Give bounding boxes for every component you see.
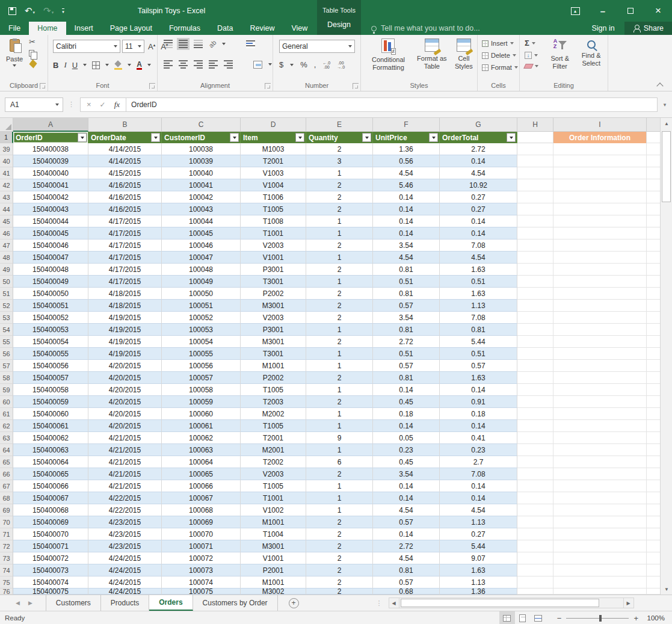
cell-quantity[interactable]: 1 [306,384,373,396]
cell-orderid[interactable]: 150400062 [13,432,88,444]
row-number[interactable]: 53 [0,312,13,324]
cell-orderdate[interactable]: 4/23/2015 [88,540,162,552]
cell-customerid[interactable]: 100047 [162,252,241,264]
cell-quantity[interactable]: 1 [306,480,373,492]
cell-orderid[interactable]: 150400044 [13,215,88,227]
cell-unitprice[interactable]: 1.36 [373,143,440,155]
cell-quantity[interactable]: 2 [306,288,373,300]
chevron-down-icon[interactable] [222,43,226,45]
cell-empty[interactable] [553,143,647,155]
tab-review[interactable]: Review [241,22,283,35]
row-number[interactable]: 45 [0,215,13,227]
cell-empty[interactable] [553,372,647,384]
cell-customerid[interactable]: 100055 [162,348,241,360]
cell-customerid[interactable]: 100061 [162,420,241,432]
cell-empty[interactable] [553,552,647,564]
percent-style-button[interactable]: % [300,60,307,69]
cell-customerid[interactable]: 100075 [162,588,241,595]
cell-empty[interactable] [553,348,647,360]
cell-empty[interactable] [553,360,647,372]
cell-orderdate[interactable]: 4/19/2015 [88,336,162,348]
cell-item[interactable]: P2001 [241,564,306,576]
row-number[interactable]: 72 [0,540,13,552]
cell-item[interactable]: V1002 [241,504,306,516]
cell-empty[interactable] [517,288,553,300]
cell-empty[interactable] [517,540,553,552]
cell-ordertotal[interactable]: 0.57 [440,360,517,372]
cell-empty[interactable] [553,288,647,300]
row-number[interactable]: 68 [0,492,13,504]
top-align-icon[interactable] [164,40,173,48]
cell-item[interactable]: T3001 [241,348,306,360]
cell-orderdate[interactable]: 4/23/2015 [88,528,162,540]
cell-empty[interactable] [517,576,553,588]
horizontal-scrollbar[interactable]: ◀ ▶ [389,595,634,611]
tab-data[interactable]: Data [209,22,241,35]
cell-orderdate[interactable]: 4/19/2015 [88,348,162,360]
cell-orderdate[interactable]: 4/15/2015 [88,167,162,179]
prev-sheet-icon[interactable]: ◀ [16,600,20,606]
cell-quantity[interactable]: 2 [306,300,373,312]
cell-ordertotal[interactable]: 0.91 [440,396,517,408]
cell-empty[interactable] [553,336,647,348]
sheet-tab-orders[interactable]: Orders [149,595,193,611]
cell-quantity[interactable]: 1 [306,420,373,432]
cell-empty[interactable] [517,143,553,155]
underline-button[interactable]: U [72,61,78,70]
cell-orderid[interactable]: 150400063 [13,444,88,456]
cell-unitprice[interactable]: 0.56 [373,155,440,167]
cell-ordertotal[interactable]: 1.63 [440,372,517,384]
row-number[interactable]: 49 [0,264,13,276]
cell-empty[interactable] [553,432,647,444]
paste-button[interactable]: Paste [4,38,25,78]
cell-customerid[interactable]: 100069 [162,516,241,528]
cell-unitprice[interactable]: 0.14 [373,227,440,239]
row-number[interactable]: 58 [0,372,13,384]
cell-orderdate[interactable]: 4/20/2015 [88,420,162,432]
header-cell-orderid[interactable]: OrderID [13,132,88,143]
row-number[interactable]: 43 [0,191,13,203]
find-select-button[interactable]: Find & Select [575,39,608,70]
row-number[interactable]: 64 [0,444,13,456]
column-header-c[interactable]: C [162,118,241,132]
normal-view-button[interactable] [499,611,515,624]
cell-empty[interactable] [517,336,553,348]
align-left-icon[interactable] [164,60,173,69]
decrease-indent-icon[interactable] [209,60,218,69]
cell-orderdate[interactable]: 4/21/2015 [88,432,162,444]
cell-ordertotal[interactable]: 0.14 [440,384,517,396]
italic-button[interactable]: I [64,60,66,70]
cell-unitprice[interactable]: 4.54 [373,252,440,264]
tab-design[interactable]: Design [317,20,361,29]
cell-orderid[interactable]: 150400055 [13,348,88,360]
cell-item[interactable]: V2003 [241,239,306,252]
scroll-left-icon[interactable]: ◀ [389,598,399,608]
cell-empty[interactable] [553,504,647,516]
format-painter-icon[interactable] [29,59,37,68]
cell-empty[interactable] [517,252,553,264]
cell-orderdate[interactable]: 4/21/2015 [88,468,162,480]
cell-empty[interactable] [553,252,647,264]
cell-ordertotal[interactable]: 1.63 [440,288,517,300]
cell-orderdate[interactable]: 4/17/2015 [88,215,162,227]
cell-ordertotal[interactable]: 4.54 [440,167,517,179]
column-header-e[interactable]: E [306,118,373,132]
cell-empty[interactable] [517,203,553,215]
select-all-button[interactable] [0,118,13,132]
cell-customerid[interactable]: 100058 [162,384,241,396]
column-header-j[interactable] [647,118,660,132]
cell-ordertotal[interactable]: 0.27 [440,191,517,203]
cell-orderid[interactable]: 150400047 [13,252,88,264]
cell-styles-button[interactable]: Cell Styles [451,39,477,72]
cell-orderid[interactable]: 150400060 [13,408,88,420]
cell-h1[interactable] [517,132,553,143]
cell-orderid[interactable]: 150400073 [13,564,88,576]
cell-empty[interactable] [553,179,647,191]
cell-item[interactable]: M2002 [241,408,306,420]
column-header-a[interactable]: A [13,118,88,132]
cell-empty[interactable] [553,300,647,312]
row-number[interactable]: 60 [0,396,13,408]
cell-ordertotal[interactable]: 4.54 [440,252,517,264]
cell-quantity[interactable]: 2 [306,264,373,276]
cell-unitprice[interactable]: 0.14 [373,492,440,504]
